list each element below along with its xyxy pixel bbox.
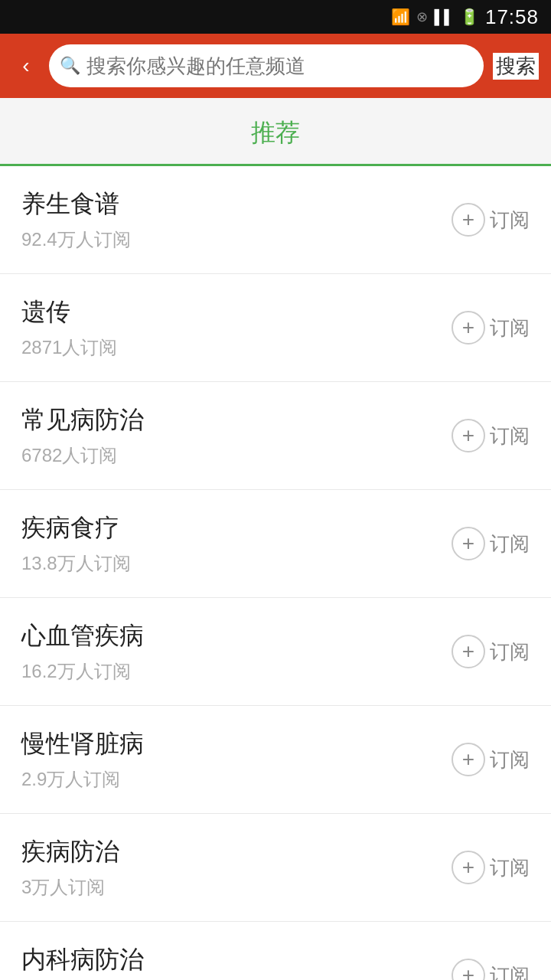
search-icon: 🔍 [60,56,80,76]
channel-item: 遗传 2871人订阅 + 订阅 [0,274,551,382]
no-signal-icon: ⊗ [416,8,428,25]
search-input[interactable] [86,54,473,78]
subscribe-button[interactable]: + 订阅 [452,959,530,980]
subscribe-label: 订阅 [490,315,530,341]
subscribe-button[interactable]: + 订阅 [452,203,530,237]
search-bar: 🔍 [49,44,484,87]
subscribe-label: 订阅 [490,423,530,449]
status-time: 17:58 [485,5,539,29]
channel-item: 疾病食疗 13.8万人订阅 + 订阅 [0,490,551,598]
channel-info: 疾病食疗 13.8万人订阅 [21,511,436,576]
channel-name: 疾病防治 [21,835,436,869]
channel-name: 内科病防治 [21,943,436,977]
channel-info: 遗传 2871人订阅 [21,296,436,360]
channel-info: 心血管疾病 16.2万人订阅 [21,619,436,684]
channel-name: 疾病食疗 [21,511,436,545]
subscribe-plus-icon: + [452,203,485,237]
back-icon: ‹ [22,54,29,77]
channel-name: 遗传 [21,296,436,329]
battery-icon: 🔋 [460,8,479,26]
subscribe-plus-icon: + [452,743,485,776]
subscribe-plus-icon: + [452,959,485,980]
channel-name: 慢性肾脏病 [21,727,436,761]
channel-name: 常见病防治 [21,403,436,437]
subscribe-plus-icon: + [452,851,485,884]
channel-item: 常见病防治 6782人订阅 + 订阅 [0,382,551,490]
channel-item: 慢性肾脏病 2.9万人订阅 + 订阅 [0,706,551,814]
channel-item: 养生食谱 92.4万人订阅 + 订阅 [0,166,551,274]
channel-item: 心血管疾病 16.2万人订阅 + 订阅 [0,598,551,706]
subscribe-label: 订阅 [490,207,530,234]
channel-subs: 2.9万人订阅 [21,767,436,792]
channel-subs: 13.8万人订阅 [21,551,436,576]
status-icons: 📶 ⊗ ▌▌ 🔋 17:58 [391,5,539,29]
subscribe-plus-icon: + [452,419,485,452]
channel-item: 疾病防治 3万人订阅 + 订阅 [0,814,551,922]
subscribe-plus-icon: + [452,311,485,345]
subscribe-plus-icon: + [452,635,485,668]
channel-item: 内科病防治 19万人订阅 + 订阅 [0,922,551,980]
channel-name: 心血管疾病 [21,619,436,653]
channel-subs: 6782人订阅 [21,443,436,468]
status-bar: 📶 ⊗ ▌▌ 🔋 17:58 [0,0,551,34]
subscribe-button[interactable]: + 订阅 [452,635,530,668]
section-title: 推荐 [0,98,551,166]
header: ‹ 🔍 搜索 [0,34,551,98]
channel-info: 慢性肾脏病 2.9万人订阅 [21,727,436,792]
channel-info: 疾病防治 3万人订阅 [21,835,436,900]
subscribe-label: 订阅 [490,746,530,773]
channel-subs: 16.2万人订阅 [21,659,436,684]
channel-subs: 2871人订阅 [21,335,436,360]
subscribe-button[interactable]: + 订阅 [452,743,530,776]
subscribe-plus-icon: + [452,527,485,560]
subscribe-button[interactable]: + 订阅 [452,419,530,452]
subscribe-button[interactable]: + 订阅 [452,527,530,560]
subscribe-label: 订阅 [490,854,530,881]
signal-icon: ▌▌ [434,9,454,25]
search-button[interactable]: 搜索 [493,53,539,80]
channel-subs: 3万人订阅 [21,875,436,900]
channel-name: 养生食谱 [21,188,436,221]
subscribe-label: 订阅 [490,531,530,557]
wifi-icon: 📶 [391,8,410,26]
channel-info: 内科病防治 19万人订阅 [21,943,436,980]
channel-list: 养生食谱 92.4万人订阅 + 订阅 遗传 2871人订阅 + 订阅 常见病防治… [0,166,551,980]
subscribe-button[interactable]: + 订阅 [452,851,530,884]
back-button[interactable]: ‹ [12,54,40,78]
subscribe-label: 订阅 [490,639,530,665]
channel-info: 养生食谱 92.4万人订阅 [21,188,436,252]
subscribe-button[interactable]: + 订阅 [452,311,530,345]
subscribe-label: 订阅 [490,962,530,981]
channel-subs: 92.4万人订阅 [21,227,436,252]
channel-info: 常见病防治 6782人订阅 [21,403,436,468]
